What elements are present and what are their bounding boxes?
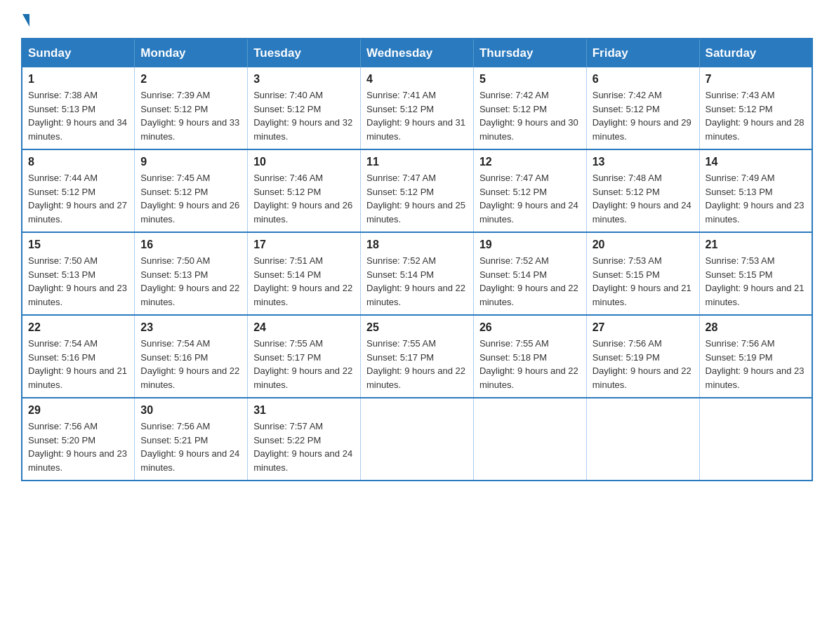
calendar-cell: 16 Sunrise: 7:50 AMSunset: 5:13 PMDaylig… — [135, 232, 248, 315]
day-header-sunday: Sunday — [22, 39, 135, 67]
day-number: 23 — [140, 321, 241, 334]
day-number: 3 — [253, 73, 355, 86]
day-info: Sunrise: 7:55 AMSunset: 5:17 PMDaylight:… — [366, 338, 465, 390]
day-number: 29 — [28, 404, 128, 417]
day-number: 7 — [706, 73, 806, 86]
calendar-cell: 22 Sunrise: 7:54 AMSunset: 5:16 PMDaylig… — [22, 315, 135, 398]
day-info: Sunrise: 7:46 AMSunset: 5:12 PMDaylight:… — [253, 173, 352, 224]
day-number: 12 — [479, 156, 581, 168]
calendar-cell: 27 Sunrise: 7:56 AMSunset: 5:19 PMDaylig… — [586, 315, 699, 398]
calendar-body: 1 Sunrise: 7:38 AMSunset: 5:13 PMDayligh… — [22, 67, 812, 481]
day-info: Sunrise: 7:53 AMSunset: 5:15 PMDaylight:… — [706, 255, 805, 307]
day-header-thursday: Thursday — [473, 39, 586, 67]
day-info: Sunrise: 7:53 AMSunset: 5:15 PMDaylight:… — [593, 255, 691, 307]
day-info: Sunrise: 7:50 AMSunset: 5:13 PMDaylight:… — [140, 255, 239, 307]
calendar-header: SundayMondayTuesdayWednesdayThursdayFrid… — [22, 39, 812, 67]
calendar-cell: 15 Sunrise: 7:50 AMSunset: 5:13 PMDaylig… — [22, 232, 135, 315]
calendar-cell: 2 Sunrise: 7:39 AMSunset: 5:12 PMDayligh… — [135, 67, 248, 149]
calendar-cell — [699, 398, 812, 481]
day-info: Sunrise: 7:42 AMSunset: 5:12 PMDaylight:… — [593, 90, 691, 142]
calendar-cell — [473, 398, 586, 481]
day-number: 18 — [366, 239, 468, 251]
calendar-week-1: 1 Sunrise: 7:38 AMSunset: 5:13 PMDayligh… — [22, 67, 812, 149]
calendar-table: SundayMondayTuesdayWednesdayThursdayFrid… — [21, 38, 813, 481]
day-number: 1 — [28, 73, 128, 86]
calendar-week-2: 8 Sunrise: 7:44 AMSunset: 5:12 PMDayligh… — [22, 149, 812, 232]
calendar-cell: 21 Sunrise: 7:53 AMSunset: 5:15 PMDaylig… — [699, 232, 812, 315]
page-header — [21, 14, 813, 24]
day-info: Sunrise: 7:54 AMSunset: 5:16 PMDaylight:… — [140, 338, 239, 390]
day-info: Sunrise: 7:56 AMSunset: 5:20 PMDaylight:… — [28, 421, 127, 473]
day-info: Sunrise: 7:49 AMSunset: 5:13 PMDaylight:… — [706, 173, 805, 224]
day-info: Sunrise: 7:48 AMSunset: 5:12 PMDaylight:… — [593, 173, 691, 224]
day-info: Sunrise: 7:40 AMSunset: 5:12 PMDaylight:… — [253, 90, 352, 142]
calendar-cell: 17 Sunrise: 7:51 AMSunset: 5:14 PMDaylig… — [248, 232, 361, 315]
day-info: Sunrise: 7:45 AMSunset: 5:12 PMDaylight:… — [140, 173, 239, 224]
calendar-cell: 9 Sunrise: 7:45 AMSunset: 5:12 PMDayligh… — [135, 149, 248, 232]
day-info: Sunrise: 7:44 AMSunset: 5:12 PMDaylight:… — [28, 173, 127, 224]
logo-text — [21, 14, 31, 27]
calendar-cell: 19 Sunrise: 7:52 AMSunset: 5:14 PMDaylig… — [473, 232, 586, 315]
calendar-week-4: 22 Sunrise: 7:54 AMSunset: 5:16 PMDaylig… — [22, 315, 812, 398]
day-info: Sunrise: 7:41 AMSunset: 5:12 PMDaylight:… — [366, 90, 465, 142]
day-number: 9 — [140, 156, 241, 168]
day-number: 15 — [28, 239, 128, 251]
day-info: Sunrise: 7:47 AMSunset: 5:12 PMDaylight:… — [366, 173, 465, 224]
day-info: Sunrise: 7:54 AMSunset: 5:16 PMDaylight:… — [28, 338, 127, 390]
day-info: Sunrise: 7:38 AMSunset: 5:13 PMDaylight:… — [28, 90, 127, 142]
day-number: 13 — [593, 156, 694, 168]
day-number: 25 — [366, 321, 468, 334]
day-number: 21 — [706, 239, 806, 251]
calendar-cell: 8 Sunrise: 7:44 AMSunset: 5:12 PMDayligh… — [22, 149, 135, 232]
day-number: 17 — [253, 239, 355, 251]
calendar-cell: 29 Sunrise: 7:56 AMSunset: 5:20 PMDaylig… — [22, 398, 135, 481]
day-info: Sunrise: 7:55 AMSunset: 5:17 PMDaylight:… — [253, 338, 352, 390]
calendar-cell — [586, 398, 699, 481]
day-info: Sunrise: 7:55 AMSunset: 5:18 PMDaylight:… — [479, 338, 578, 390]
day-info: Sunrise: 7:56 AMSunset: 5:19 PMDaylight:… — [706, 338, 805, 390]
day-number: 4 — [366, 73, 468, 86]
calendar-week-3: 15 Sunrise: 7:50 AMSunset: 5:13 PMDaylig… — [22, 232, 812, 315]
calendar-cell: 13 Sunrise: 7:48 AMSunset: 5:12 PMDaylig… — [586, 149, 699, 232]
day-number: 20 — [593, 239, 694, 251]
day-number: 26 — [479, 321, 581, 334]
calendar-cell: 18 Sunrise: 7:52 AMSunset: 5:14 PMDaylig… — [361, 232, 474, 315]
day-number: 14 — [706, 156, 806, 168]
day-number: 22 — [28, 321, 128, 334]
calendar-cell: 7 Sunrise: 7:43 AMSunset: 5:12 PMDayligh… — [699, 67, 812, 149]
day-number: 16 — [140, 239, 241, 251]
day-info: Sunrise: 7:43 AMSunset: 5:12 PMDaylight:… — [706, 90, 805, 142]
calendar-cell: 25 Sunrise: 7:55 AMSunset: 5:17 PMDaylig… — [361, 315, 474, 398]
day-info: Sunrise: 7:42 AMSunset: 5:12 PMDaylight:… — [479, 90, 578, 142]
day-number: 24 — [253, 321, 355, 334]
calendar-cell: 30 Sunrise: 7:56 AMSunset: 5:21 PMDaylig… — [135, 398, 248, 481]
day-info: Sunrise: 7:51 AMSunset: 5:14 PMDaylight:… — [253, 255, 352, 307]
calendar-cell: 14 Sunrise: 7:49 AMSunset: 5:13 PMDaylig… — [699, 149, 812, 232]
calendar-cell: 5 Sunrise: 7:42 AMSunset: 5:12 PMDayligh… — [473, 67, 586, 149]
days-of-week-row: SundayMondayTuesdayWednesdayThursdayFrid… — [22, 39, 812, 67]
day-header-friday: Friday — [586, 39, 699, 67]
calendar-cell: 1 Sunrise: 7:38 AMSunset: 5:13 PMDayligh… — [22, 67, 135, 149]
day-header-tuesday: Tuesday — [248, 39, 361, 67]
logo — [21, 14, 31, 24]
day-info: Sunrise: 7:52 AMSunset: 5:14 PMDaylight:… — [366, 255, 465, 307]
calendar-cell: 24 Sunrise: 7:55 AMSunset: 5:17 PMDaylig… — [248, 315, 361, 398]
calendar-cell — [361, 398, 474, 481]
day-number: 31 — [253, 404, 355, 417]
calendar-cell: 4 Sunrise: 7:41 AMSunset: 5:12 PMDayligh… — [361, 67, 474, 149]
day-number: 10 — [253, 156, 355, 168]
day-info: Sunrise: 7:47 AMSunset: 5:12 PMDaylight:… — [479, 173, 578, 224]
day-number: 28 — [706, 321, 806, 334]
calendar-cell: 6 Sunrise: 7:42 AMSunset: 5:12 PMDayligh… — [586, 67, 699, 149]
calendar-cell: 3 Sunrise: 7:40 AMSunset: 5:12 PMDayligh… — [248, 67, 361, 149]
logo-triangle-icon — [22, 14, 29, 27]
day-info: Sunrise: 7:57 AMSunset: 5:22 PMDaylight:… — [253, 421, 352, 473]
day-info: Sunrise: 7:56 AMSunset: 5:21 PMDaylight:… — [140, 421, 239, 473]
calendar-cell: 20 Sunrise: 7:53 AMSunset: 5:15 PMDaylig… — [586, 232, 699, 315]
day-info: Sunrise: 7:52 AMSunset: 5:14 PMDaylight:… — [479, 255, 578, 307]
day-info: Sunrise: 7:39 AMSunset: 5:12 PMDaylight:… — [140, 90, 239, 142]
day-number: 8 — [28, 156, 128, 168]
calendar-cell: 31 Sunrise: 7:57 AMSunset: 5:22 PMDaylig… — [248, 398, 361, 481]
calendar-cell: 10 Sunrise: 7:46 AMSunset: 5:12 PMDaylig… — [248, 149, 361, 232]
calendar-cell: 26 Sunrise: 7:55 AMSunset: 5:18 PMDaylig… — [473, 315, 586, 398]
